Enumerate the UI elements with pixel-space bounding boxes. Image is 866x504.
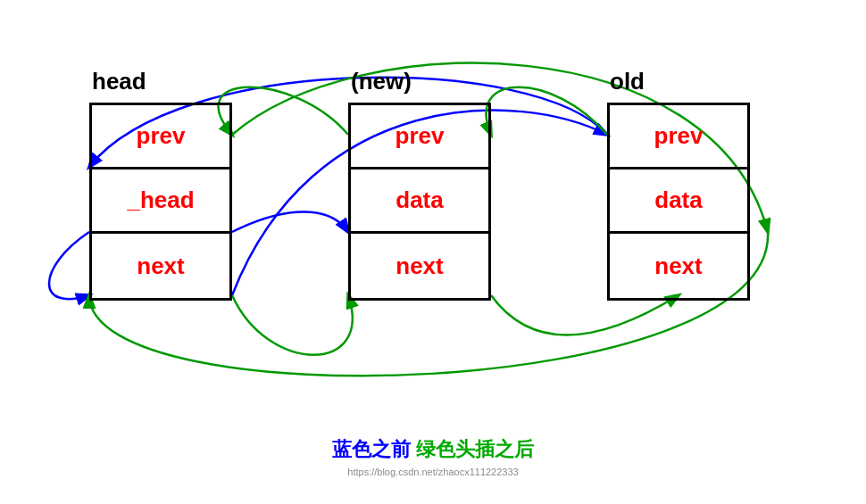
head-prev-cell: prev — [92, 105, 229, 169]
new-prev-cell: prev — [351, 105, 488, 169]
caption-green: 绿色头插之后 — [416, 438, 534, 460]
new-next-cell: next — [351, 234, 488, 298]
old-label: old — [610, 68, 645, 95]
main-container: head prev _head next (new) prev data nex… — [0, 0, 866, 504]
old-prev-cell: prev — [610, 105, 747, 169]
old-next-cell: next — [610, 234, 747, 298]
watermark: https://blog.csdn.net/zhaocx111222333 — [347, 467, 518, 477]
diagram-area: head prev _head next (new) prev data nex… — [0, 0, 866, 428]
head-data-cell: _head — [92, 169, 229, 234]
old-data-cell: data — [610, 169, 747, 234]
new-label: (new) — [351, 68, 412, 95]
head-next-cell: next — [92, 234, 229, 298]
new-data-cell: data — [351, 169, 488, 234]
node-head: head prev _head next — [89, 103, 232, 301]
caption: 蓝色之前 绿色头插之后 — [332, 436, 534, 463]
caption-blue: 蓝色之前 — [332, 438, 411, 460]
footer-area: 蓝色之前 绿色头插之后 https://blog.csdn.net/zhaocx… — [0, 436, 866, 477]
node-new: (new) prev data next — [348, 103, 491, 301]
node-old: old prev data next — [607, 103, 750, 301]
head-label: head — [92, 68, 146, 95]
